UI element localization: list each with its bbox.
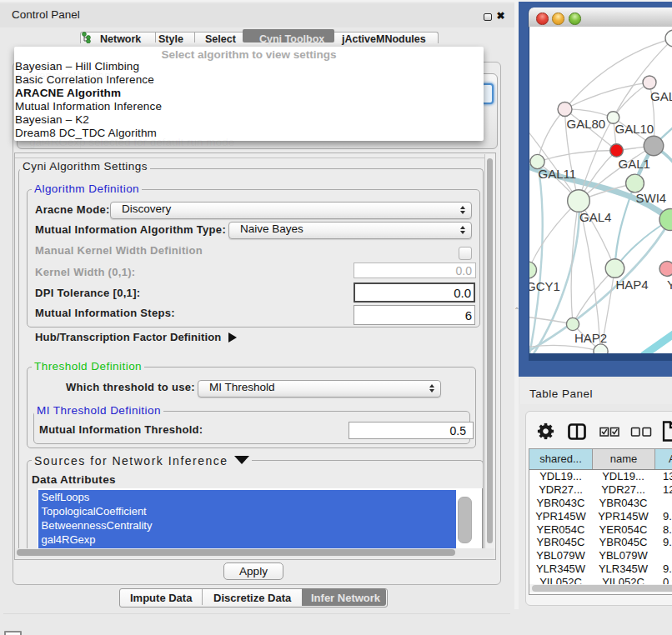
svg-text:GAL4: GAL4 (579, 210, 611, 224)
svg-text:GAL1: GAL1 (619, 157, 650, 171)
svg-text:GAL7: GAL7 (650, 89, 672, 103)
svg-text:YP: YP (667, 278, 672, 292)
svg-text:GCY1: GCY1 (529, 279, 560, 293)
svg-text:GAL10: GAL10 (615, 122, 654, 136)
svg-text:HAP2: HAP2 (574, 331, 607, 345)
svg-text:GAL11: GAL11 (539, 167, 577, 181)
svg-text:HAP4: HAP4 (616, 278, 649, 292)
svg-text:SWI4: SWI4 (636, 191, 667, 205)
svg-text:GAL80: GAL80 (567, 117, 606, 131)
